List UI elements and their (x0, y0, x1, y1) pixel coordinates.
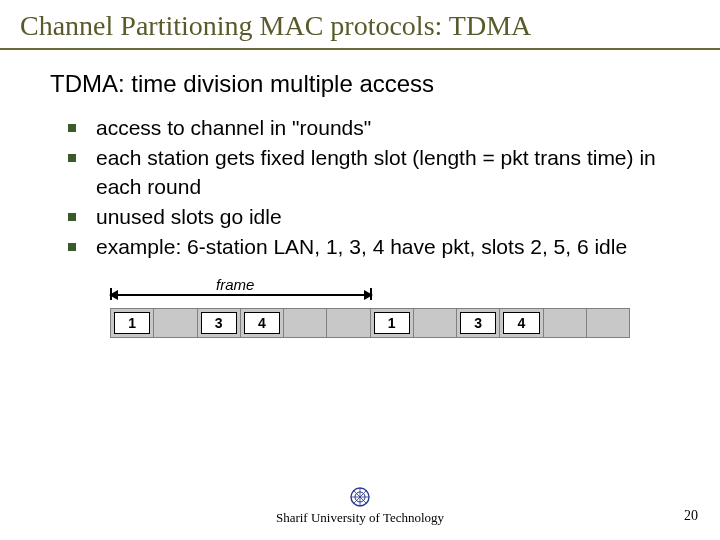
bullet-list: access to channel in "rounds" each stati… (50, 114, 680, 262)
slot-packet: 1 (374, 312, 410, 334)
bullet-item: each station gets fixed length slot (len… (68, 144, 680, 201)
slot: 1 (111, 309, 154, 337)
frame-arrow-icon (110, 294, 372, 296)
bullet-item: example: 6-station LAN, 1, 3, 4 have pkt… (68, 233, 680, 261)
title-area: Channel Partitioning MAC protocols: TDMA (0, 0, 720, 50)
page-number: 20 (684, 508, 698, 524)
bullet-item: unused slots go idle (68, 203, 680, 231)
slot-packet: 4 (503, 312, 539, 334)
slot: 1 (371, 309, 414, 337)
frame-tick-right (370, 288, 372, 300)
slot: 3 (457, 309, 500, 337)
slot (587, 309, 629, 337)
slot-packet: 4 (244, 312, 280, 334)
slide-title: Channel Partitioning MAC protocols: TDMA (20, 10, 700, 42)
tdma-diagram: frame 1 3 4 1 3 4 (110, 280, 630, 338)
slot-packet: 3 (201, 312, 237, 334)
slot (284, 309, 327, 337)
frame-label: frame (210, 276, 260, 293)
slot (544, 309, 587, 337)
slot: 3 (198, 309, 241, 337)
slot: 4 (500, 309, 543, 337)
slot (327, 309, 370, 337)
frame-label-row: frame (110, 280, 630, 308)
slot-packet: 3 (460, 312, 496, 334)
footer-text: Sharif University of Technology (276, 510, 444, 525)
content-area: TDMA: time division multiple access acce… (0, 50, 720, 338)
university-logo-icon (349, 486, 371, 508)
bullet-item: access to channel in "rounds" (68, 114, 680, 142)
slot: 4 (241, 309, 284, 337)
footer: Sharif University of Technology (0, 486, 720, 526)
slot (154, 309, 197, 337)
slot-row: 1 3 4 1 3 4 (110, 308, 630, 338)
subtitle: TDMA: time division multiple access (50, 70, 680, 98)
slot-packet: 1 (114, 312, 150, 334)
slot (414, 309, 457, 337)
